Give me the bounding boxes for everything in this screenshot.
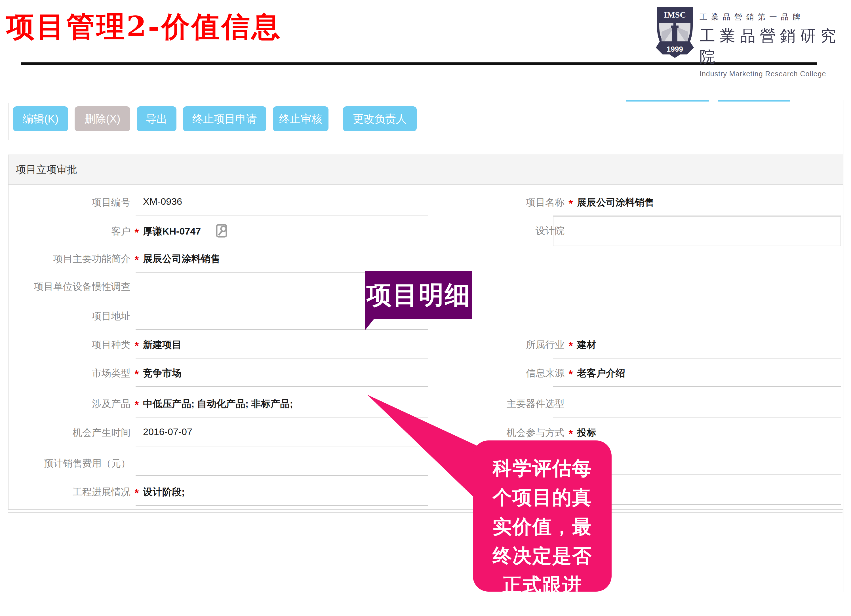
field-underline: [135, 386, 429, 387]
field-value: 展辰公司涂料销售: [143, 252, 220, 266]
panel-title: 项目立项审批: [9, 155, 843, 184]
field-underline: [135, 358, 429, 359]
project-detail-badge: 项目明细: [365, 271, 472, 319]
field-underline: [135, 417, 429, 418]
field-label: 机会参与方式: [437, 426, 564, 439]
change-owner-button[interactable]: 更改负责人: [343, 106, 417, 131]
field-label: 项目主要功能简介: [3, 252, 131, 266]
field-value: 厚谦KH-0747: [143, 225, 201, 238]
form-row-industry: 所属行业 * 建材: [437, 338, 842, 353]
field-label: 项目编号: [3, 196, 131, 209]
edit-button[interactable]: 编辑(K): [13, 106, 68, 131]
field-underline: [135, 446, 429, 446]
field-value: 设计阶段;: [143, 485, 185, 499]
terminate-review-button[interactable]: 终止审核: [273, 106, 328, 131]
form-row-estimated-sales-cost: 预计销售费用（元）: [3, 457, 434, 472]
field-label: 市场类型: [3, 367, 131, 380]
form-row-opportunity-date: 机会产生时间 2016-07-07: [3, 426, 434, 441]
field-label: 工程进展情况: [3, 485, 131, 499]
customer-lookup-icon[interactable]: [215, 224, 229, 239]
field-label: 预计销售费用（元）: [3, 457, 131, 470]
callout-bubble: 科学评估每 个项目的真 实价值，最 终决定是否 正式跟进: [473, 440, 612, 592]
tab-underline: [718, 100, 790, 102]
panel-header: 项目立项审批: [9, 155, 843, 185]
form-row-project-progress: 工程进展情况 * 设计阶段;: [3, 485, 434, 500]
slide: 项目管理2-价值信息 IMSC 1999 工業品營銷第一品牌 工業品營銷研究院 …: [0, 0, 851, 616]
required-asterisk: *: [132, 368, 141, 381]
field-underline: [135, 475, 429, 476]
field-label: 所属行业: [437, 338, 564, 352]
required-asterisk: *: [566, 368, 575, 381]
required-asterisk: *: [132, 254, 141, 266]
required-asterisk: *: [132, 340, 141, 352]
terminate-project-request-button[interactable]: 终止项目申请: [183, 106, 266, 131]
form-row-project-no: 项目编号 XM-0936: [3, 196, 434, 211]
toolbar: [8, 103, 843, 140]
field-label: 涉及产品: [3, 397, 131, 410]
field-value: 展辰公司涂料销售: [577, 196, 654, 209]
form-row-design-institute: 设计院: [437, 224, 842, 239]
callout-text: 科学评估每 个项目的真 实价值，最 终决定是否 正式跟进: [473, 440, 612, 592]
delete-button[interactable]: 删除(X): [75, 106, 130, 131]
field-value: 2016-07-07: [143, 426, 192, 437]
field-label: 项目名称: [437, 196, 564, 209]
form-row-customer: 客户 * 厚谦KH-0747: [3, 225, 434, 240]
logo-tagline: 工業品營銷第一品牌: [699, 12, 841, 22]
field-underline: [553, 417, 841, 418]
logo-org-name: 工業品營銷研究院: [699, 26, 841, 68]
imsc-logo: IMSC 1999 工業品營銷第一品牌 工業品營銷研究院 Industry Ma…: [655, 6, 842, 62]
field-label: 项目地址: [3, 310, 131, 323]
required-asterisk: *: [566, 340, 575, 352]
field-label: 机会产生时间: [3, 426, 131, 439]
form-row-products-involved: 涉及产品 * 中低压产品; 自动化产品; 非标产品;: [3, 397, 434, 412]
field-label: 主要器件选型: [437, 397, 564, 410]
scrollbar[interactable]: [843, 100, 844, 592]
field-label: 设计院: [437, 224, 564, 237]
field-label: 项目单位设备惯性调查: [3, 280, 131, 293]
field-value: 中低压产品; 自动化产品; 非标产品;: [143, 397, 293, 410]
field-value: XM-0936: [143, 196, 182, 207]
required-asterisk: *: [566, 198, 575, 210]
export-button[interactable]: 导出: [137, 106, 176, 131]
shield-imsc-text: IMSC: [664, 10, 686, 19]
field-underline: [135, 505, 429, 506]
field-value: 新建项目: [143, 338, 182, 352]
field-underline: [135, 329, 429, 330]
field-underline: [553, 358, 841, 359]
form-row-main-component-selection: 主要器件选型: [437, 397, 842, 412]
field-value: 投标: [577, 426, 596, 439]
shield-lighthouse-icon: IMSC 1999: [655, 6, 695, 61]
field-label: 信息来源: [437, 367, 564, 380]
tab-underline: [626, 100, 709, 102]
page-title: 项目管理2-价值信息: [6, 8, 282, 46]
shield-year-text: 1999: [667, 45, 683, 53]
field-underline: [553, 386, 841, 387]
required-asterisk: *: [566, 428, 575, 440]
title-underline: [21, 62, 817, 65]
field-value: 建材: [577, 338, 596, 352]
required-asterisk: *: [132, 227, 141, 239]
panel-bottom-rule: [8, 512, 842, 513]
form-row-participation-method: 机会参与方式 * 投标: [437, 426, 842, 441]
field-underline: [135, 216, 429, 216]
field-label: 客户: [3, 225, 131, 238]
field-value: 竞争市场: [143, 367, 182, 380]
form-row-project-type: 项目种类 * 新建项目: [3, 338, 434, 353]
form-row-project-summary: 项目主要功能简介 * 展辰公司涂料销售: [3, 252, 434, 267]
required-asterisk: *: [132, 487, 141, 499]
logo-org-name-en: Industry Marketing Research College: [699, 70, 841, 78]
form-row-info-source: 信息来源 * 老客户介绍: [437, 367, 842, 382]
field-underline: [553, 216, 841, 216]
field-label: 项目种类: [3, 338, 131, 352]
form-row-project-name: 项目名称 * 展辰公司涂料销售: [437, 196, 842, 211]
field-value: 老客户介绍: [577, 367, 625, 380]
required-asterisk: *: [132, 399, 141, 411]
form-row-market-type: 市场类型 * 竞争市场: [3, 367, 434, 382]
